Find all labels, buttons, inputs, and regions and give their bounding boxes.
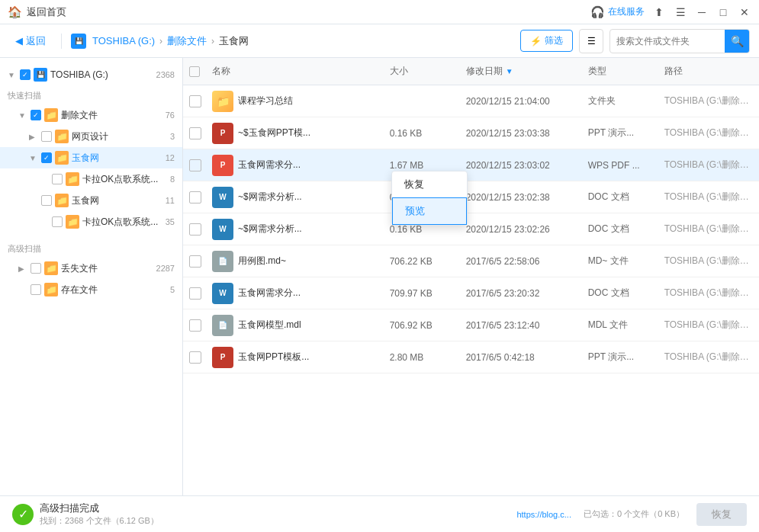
view-menu-button[interactable]: ☰ — [579, 29, 603, 53]
file-date-6: 2017/6/5 23:20:32 — [466, 288, 588, 299]
sidebar-item-karaoke2[interactable]: 📁 卡拉OK点歌系统... 35 — [0, 211, 182, 232]
yushiwang-folder-icon: 📁 — [55, 151, 69, 165]
yushiwang2-label: 玉食网 — [72, 194, 162, 207]
file-type-text-1: PPT 演示... — [588, 127, 664, 139]
close-button[interactable]: ✕ — [738, 5, 751, 19]
file-type-text-6: DOC 文档 — [588, 287, 664, 300]
row-checkbox-6[interactable] — [189, 287, 201, 300]
exist-label: 存在文件 — [61, 284, 167, 296]
sidebar-item-yushiwang2[interactable]: 📁 玉食网 11 — [0, 190, 182, 211]
minimize-button[interactable]: ─ — [695, 5, 709, 19]
filter-button[interactable]: ⚡ 筛选 — [520, 30, 573, 52]
row-check-2 — [189, 159, 212, 171]
row-checkbox-3[interactable] — [189, 191, 201, 204]
row-checkbox-0[interactable] — [189, 95, 201, 107]
filter-label: 筛选 — [545, 34, 563, 47]
sidebar-item-deleted[interactable]: ▼ ✓ 📁 删除文件 76 — [0, 104, 182, 126]
file-type-icon-8: P — [212, 347, 233, 368]
breadcrumb-drive[interactable]: 💾 TOSHIBA (G:) — [71, 34, 155, 49]
table-row[interactable]: W 玉食网需求分... 709.97 KB 2017/6/5 23:20:32 … — [183, 277, 759, 309]
yushiwang2-folder-icon: 📁 — [55, 194, 69, 207]
back-label: 返回 — [26, 34, 46, 48]
back-button[interactable]: ◀ 返回 — [9, 31, 52, 51]
karaoke1-checkbox[interactable] — [52, 174, 63, 184]
breadcrumb-path1[interactable]: 删除文件 — [167, 34, 207, 48]
table-row[interactable]: 📄 用例图.md~ 706.22 KB 2017/6/5 22:58:06 MD… — [183, 245, 759, 277]
table-row[interactable]: W ~$网需求分析... 0.16 KB 2020/12/15 23:02:38… — [183, 181, 759, 213]
maximize-button[interactable]: □ — [716, 5, 730, 19]
file-path-0: TOSHIBA (G:\删除文... — [664, 95, 753, 107]
sidebar-item-drive[interactable]: ▼ ✓ 💾 TOSHIBA (G:) 2368 — [0, 64, 182, 85]
file-name-5: 用例图.md~ — [238, 255, 390, 268]
sidebar-item-karaoke1[interactable]: 📁 卡拉OK点歌系统... 8 — [0, 168, 182, 190]
table-row[interactable]: W ~$网需求分析... 0.16 KB 2020/12/15 23:02:26… — [183, 213, 759, 245]
yushiwang-checkbox[interactable]: ✓ — [41, 152, 52, 163]
file-size-8: 2.80 MB — [390, 352, 466, 363]
header-name: 名称 — [212, 65, 390, 78]
upload-button[interactable]: ⬆ — [652, 5, 666, 19]
online-service[interactable]: 🎧 在线服务 — [590, 5, 645, 19]
file-path-7: TOSHIBA (G:\删除文... — [664, 319, 753, 332]
context-restore[interactable]: 恢复 — [392, 171, 467, 197]
table-row[interactable]: P 玉食网PPT模板... 2.80 MB 2017/6/5 0:42:18 P… — [183, 341, 759, 373]
row-name-cell: P 玉食网PPT模板... — [212, 347, 390, 368]
table-row[interactable]: 📁 课程学习总结 2020/12/15 21:04:00 文件夹 TOSHIBA… — [183, 85, 759, 117]
restore-button[interactable]: 恢复 — [696, 503, 747, 526]
file-date-7: 2017/6/5 23:12:40 — [466, 320, 588, 331]
file-size-1: 0.16 KB — [390, 128, 466, 139]
file-name-8: 玉食网PPT模板... — [238, 351, 390, 364]
sidebar-item-webdesign[interactable]: ▶ 📁 网页设计 3 — [0, 126, 182, 147]
deleted-count: 76 — [166, 111, 175, 120]
home-label[interactable]: 返回首页 — [27, 5, 66, 19]
exist-checkbox[interactable] — [31, 284, 41, 295]
row-name-cell: P ~$玉食网PPT模... — [212, 123, 390, 144]
advanced-scan-title: 高级扫描 — [0, 239, 182, 258]
deleted-label: 删除文件 — [61, 109, 162, 122]
file-type-icon-5: 📄 — [212, 251, 233, 272]
row-name-cell: W 玉食网需求分... — [212, 283, 390, 304]
row-checkbox-5[interactable] — [189, 255, 201, 268]
context-preview[interactable]: 预览 — [392, 197, 467, 225]
table-row[interactable]: 📄 玉食网模型.mdl 706.92 KB 2017/6/5 23:12:40 … — [183, 309, 759, 341]
select-all-checkbox[interactable] — [189, 66, 200, 77]
row-checkbox-8[interactable] — [189, 351, 201, 364]
bottombar-right: https://blog.c... 已勾选：0 个文件（0 KB） 恢复 — [516, 503, 747, 526]
file-list: 名称 大小 修改日期 ▼ 类型 路径 📁 课程学习总结 2020/12/15 2… — [183, 58, 759, 495]
yushiwang2-checkbox[interactable] — [41, 195, 52, 206]
tree-toggle-webdesign: ▶ — [29, 133, 40, 141]
sidebar-item-exist[interactable]: 📁 存在文件 5 — [0, 279, 182, 300]
file-type-icon-4: W — [212, 219, 233, 240]
scan-done-text: 高级扫描完成 — [40, 502, 159, 515]
file-name-3: ~$网需求分析... — [238, 191, 390, 204]
tree-toggle-yushiwang: ▼ — [29, 154, 40, 162]
search-button[interactable]: 🔍 — [725, 29, 749, 53]
breadcrumb: 💾 TOSHIBA (G:) › 删除文件 › 玉食网 — [71, 34, 514, 49]
lost-label: 丢失文件 — [61, 262, 153, 275]
webdesign-checkbox[interactable] — [41, 131, 52, 142]
table-row[interactable]: P ~$玉食网PPT模... 0.16 KB 2020/12/15 23:03:… — [183, 117, 759, 149]
row-checkbox-7[interactable] — [189, 319, 201, 332]
row-check-4 — [189, 223, 212, 236]
drive-icon: 💾 — [71, 34, 86, 49]
yushiwang-label: 玉食网 — [72, 152, 162, 165]
sidebar-item-lost[interactable]: ▶ 📁 丢失文件 2287 — [0, 258, 182, 279]
row-checkbox-2[interactable] — [189, 159, 201, 171]
sidebar-item-yushiwang[interactable]: ▼ ✓ 📁 玉食网 12 — [0, 147, 182, 168]
table-row[interactable]: P 玉食网需求分... 1.67 MB 2020/12/15 23:03:02 … — [183, 149, 759, 181]
blog-link[interactable]: https://blog.c... — [516, 510, 571, 519]
row-name-cell: P 玉食网需求分... — [212, 155, 390, 176]
drive-checkbox[interactable]: ✓ — [20, 69, 31, 80]
search-input[interactable] — [610, 36, 725, 46]
quick-scan-title: 快速扫描 — [0, 85, 182, 104]
lost-checkbox[interactable] — [31, 263, 41, 274]
karaoke2-checkbox[interactable] — [52, 216, 63, 227]
row-checkbox-1[interactable] — [189, 127, 201, 139]
header-date[interactable]: 修改日期 ▼ — [466, 65, 588, 78]
deleted-checkbox[interactable]: ✓ — [31, 110, 41, 120]
menu-button[interactable]: ☰ — [674, 5, 687, 19]
file-path-8: TOSHIBA (G:\删除文... — [664, 351, 753, 364]
file-path-5: TOSHIBA (G:\删除文... — [664, 255, 753, 268]
file-path-6: TOSHIBA (G:\删除文... — [664, 287, 753, 300]
row-checkbox-4[interactable] — [189, 223, 201, 236]
breadcrumb-sep2: › — [211, 36, 214, 46]
